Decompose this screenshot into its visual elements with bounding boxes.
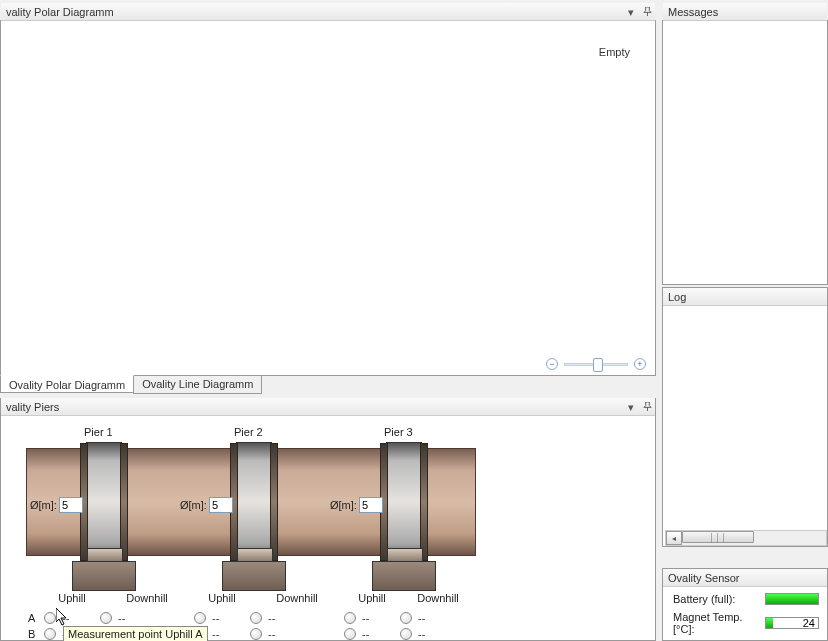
row-label-a: A — [26, 612, 44, 624]
temp-progress: 24 — [765, 617, 819, 629]
tab-polar-diagram[interactable]: Ovality Polar Diagramm — [0, 375, 134, 393]
col-downhill: Downhill — [250, 592, 344, 610]
col-uphill: Uphill — [44, 592, 100, 610]
pier-1-label: Pier 1 — [84, 426, 113, 438]
log-scrollbar: ◂ │││ — [665, 530, 827, 546]
tooltip: Measurement point Uphill A — [63, 626, 208, 641]
col-downhill: Downhill — [400, 592, 476, 610]
col-uphill: Uphill — [194, 592, 250, 610]
pin-icon[interactable] — [641, 401, 653, 413]
radio-p3-downhill-b[interactable] — [400, 628, 412, 640]
piers-panel-header: vality Piers ▾ — [1, 398, 655, 416]
support-3 — [372, 561, 436, 591]
zoom-in-button[interactable]: + — [634, 358, 646, 370]
row-label-b: B — [26, 628, 44, 640]
diameter-2: Ø[m]: — [180, 497, 233, 513]
polar-panel-title: vality Polar Diagramm — [6, 3, 114, 21]
radio-p1-downhill-a[interactable] — [100, 612, 112, 624]
radio-p2-downhill-b[interactable] — [250, 628, 262, 640]
diameter-1: Ø[m]: — [30, 497, 83, 513]
battery-progress — [765, 593, 819, 605]
messages-panel: Messages — [662, 20, 828, 285]
meas-row-a: A -- -- -- -- -- -- — [26, 610, 476, 626]
radio-p1-uphill-a[interactable] — [44, 612, 56, 624]
pier-2-label: Pier 2 — [234, 426, 263, 438]
kiln-illustration: Pier 1 Pier 2 Pier 3 Ø[m]: Ø[m]: Ø[m]: — [26, 426, 476, 584]
sensor-panel-header: Ovality Sensor — [663, 569, 827, 587]
log-panel-title: Log — [668, 288, 686, 306]
zoom-slider[interactable] — [564, 363, 628, 366]
battery-row: Battery (full): — [673, 593, 819, 605]
radio-p3-uphill-b[interactable] — [344, 628, 356, 640]
radio-p3-uphill-a[interactable] — [344, 612, 356, 624]
radio-p1-uphill-b[interactable] — [44, 628, 56, 640]
sensor-panel-title: Ovality Sensor — [668, 569, 740, 587]
pier-3-label: Pier 3 — [384, 426, 413, 438]
radio-p2-uphill-a[interactable] — [194, 612, 206, 624]
diameter-1-input[interactable] — [59, 497, 83, 513]
col-uphill: Uphill — [344, 592, 400, 610]
diameter-label: Ø[m]: — [30, 499, 57, 511]
support-2 — [222, 561, 286, 591]
dropdown-icon[interactable]: ▾ — [625, 401, 637, 413]
empty-label: Empty — [599, 46, 630, 58]
tire-2 — [236, 442, 272, 562]
scroll-thumb[interactable]: │││ — [682, 531, 754, 543]
polar-diagram-panel: vality Polar Diagramm ▾ Empty − + — [0, 20, 656, 376]
diagram-tab-strip: Ovality Polar Diagramm Ovality Line Diag… — [0, 376, 261, 394]
ovality-piers-panel: vality Piers ▾ Pier 1 Pier 2 Pier 3 Ø[m]… — [0, 398, 656, 641]
col-downhill: Downhill — [100, 592, 194, 610]
radio-p3-downhill-a[interactable] — [400, 612, 412, 624]
piers-panel-title: vality Piers — [6, 398, 59, 416]
diameter-3-input[interactable] — [359, 497, 383, 513]
log-panel-header: Log — [663, 288, 827, 306]
battery-label: Battery (full): — [673, 593, 759, 605]
log-panel: Log ◂ │││ — [662, 287, 828, 547]
diameter-label: Ø[m]: — [330, 499, 357, 511]
diameter-3: Ø[m]: — [330, 497, 383, 513]
messages-body — [663, 21, 827, 284]
ovality-sensor-panel: Ovality Sensor Battery (full): Magnet Te… — [662, 568, 828, 641]
dropdown-icon[interactable]: ▾ — [625, 6, 637, 18]
zoom-out-button[interactable]: − — [546, 358, 558, 370]
tire-3 — [386, 442, 422, 562]
zoom-bar: − + — [546, 357, 646, 371]
support-1 — [72, 561, 136, 591]
polar-panel-header: vality Polar Diagramm ▾ — [1, 3, 655, 21]
temp-label: Magnet Temp. [°C]: — [673, 611, 759, 635]
messages-panel-title: Messages — [668, 3, 718, 21]
tab-line-diagram[interactable]: Ovality Line Diagramm — [133, 376, 262, 394]
temp-value: 24 — [803, 617, 815, 629]
messages-panel-header: Messages — [663, 3, 827, 21]
temp-row: Magnet Temp. [°C]: 24 — [673, 611, 819, 635]
radio-p2-downhill-a[interactable] — [250, 612, 262, 624]
scroll-left-button[interactable]: ◂ — [666, 531, 682, 545]
scroll-track[interactable]: │││ — [682, 531, 826, 545]
diameter-label: Ø[m]: — [180, 499, 207, 511]
tire-1 — [86, 442, 122, 562]
diameter-2-input[interactable] — [209, 497, 233, 513]
pin-icon[interactable] — [641, 6, 653, 18]
